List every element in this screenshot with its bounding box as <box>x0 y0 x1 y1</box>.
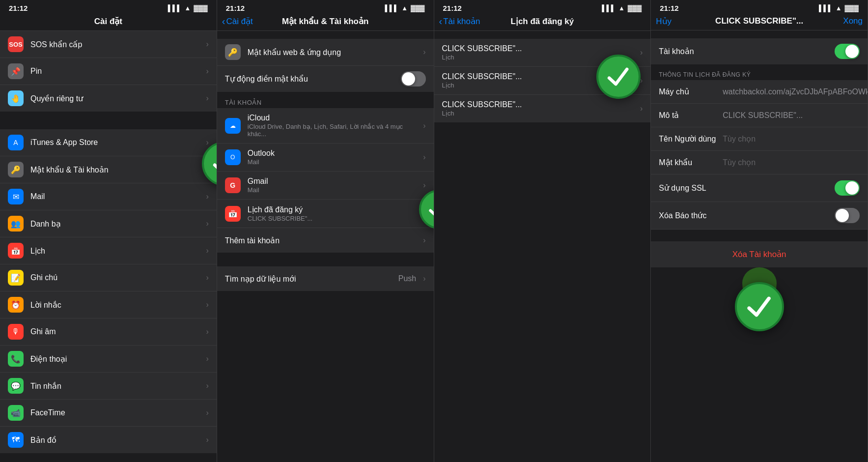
outlook-icon: O <box>225 149 241 165</box>
list-item-gmail[interactable]: G Gmail Mail › <box>217 172 434 200</box>
subscribed-chevron-3: › <box>640 104 643 113</box>
messages-title: Tin nhắn <box>30 381 202 391</box>
screen4-check-wrapper <box>735 282 784 331</box>
list-item-facetime[interactable]: 📹 FaceTime › <box>0 400 217 427</box>
sep-3a <box>434 31 651 39</box>
privacy-title: Quyền riêng tư <box>30 94 202 103</box>
sos-icon: SOS <box>8 36 24 52</box>
ssl-toggle[interactable] <box>835 180 860 196</box>
notes-title: Ghi chú <box>30 273 202 282</box>
list-item-phone[interactable]: 📞 Điện thoại › <box>0 346 217 373</box>
list-item-subscribed-cal[interactable]: 📅 Lịch đã đăng ký CLICK SUBSCRIBE"... › <box>217 200 434 228</box>
facetime-chevron: › <box>206 408 208 417</box>
list-item-fetch[interactable]: Tìm nạp dữ liệu mới Push › <box>217 266 434 291</box>
status-icons-4: ▌▌▌ ▲ ▓▓▓ <box>819 4 859 12</box>
battery-icon-3: ▓▓▓ <box>628 4 642 12</box>
subscribed-cal-icon: 📅 <box>225 206 241 222</box>
list-item-contacts[interactable]: 👥 Danh bạ › <box>0 210 217 237</box>
settings-list-1: SOS SOS khẩn cấp › 📌 Pin › 🤚 Quyền riêng… <box>0 31 217 112</box>
list-item-reminders[interactable]: ⏰ Lời nhắc › <box>0 291 217 318</box>
list-item-mail[interactable]: ✉ Mail › <box>0 183 217 210</box>
sep-2a <box>217 31 434 39</box>
subscribed-info-header: THÔNG TIN LỊCH ĐÃ ĐĂNG KÝ <box>651 64 868 80</box>
battery-icon-4: ▓▓▓ <box>845 4 859 12</box>
outlook-subtitle: Mail <box>248 158 419 166</box>
detail-username[interactable]: Tên Người dùng Tùy chọn <box>651 127 868 151</box>
list-item-calendar[interactable]: 📅 Lịch › <box>0 237 217 264</box>
list-item-outlook[interactable]: O Outlook Mail › <box>217 144 434 172</box>
gmail-subtitle: Mail <box>248 186 419 194</box>
subscribed-item-3[interactable]: CLICK SUBSCRIBE"... Lịch › <box>434 95 651 122</box>
facetime-title: FaceTime <box>30 408 202 417</box>
status-bar-3: 21:12 ▌▌▌ ▲ ▓▓▓ <box>434 0 651 14</box>
sep-2b <box>217 92 434 96</box>
account-toggle[interactable] <box>835 44 860 59</box>
delete-account-button[interactable]: Xóa Tài khoản <box>651 241 868 267</box>
username-value: Tùy chọn <box>723 134 860 144</box>
remove-alarms-label: Xóa Báo thức <box>659 211 723 220</box>
detail-password[interactable]: Mật khẩu Tùy chọn <box>651 151 868 174</box>
detail-server[interactable]: Máy chủ watchbackol.com/ajZvcDJbAFpABFoO… <box>651 80 868 104</box>
icloud-chevron: › <box>423 121 425 130</box>
phone-icon: 📞 <box>8 351 24 367</box>
privacy-chevron: › <box>206 94 208 103</box>
list-item-privacy[interactable]: 🤚 Quyền riêng tư › <box>0 85 217 112</box>
list-item-add-account[interactable]: Thêm tài khoản › <box>217 228 434 253</box>
gmail-chevron: › <box>423 181 425 190</box>
status-icons-3: ▌▌▌ ▲ ▓▓▓ <box>602 4 642 12</box>
account-toggle-label: Tài khoản <box>659 47 835 56</box>
status-icons-2: ▌▌▌ ▲ ▓▓▓ <box>385 4 425 12</box>
list-item-appstore[interactable]: A iTunes & App Store › <box>0 129 217 156</box>
autofill-toggle[interactable] <box>401 71 426 87</box>
nav-title-4: CLICK SUBSCRIBE"... <box>715 16 803 26</box>
signal-icon-2: ▌▌▌ <box>385 4 399 12</box>
sep-4a <box>651 30 868 38</box>
description-label: Mô tả <box>659 111 723 120</box>
appstore-title: iTunes & App Store <box>30 138 202 147</box>
screen-3-subscribed: 21:12 ▌▌▌ ▲ ▓▓▓ ‹ Tài khoản Lịch đã đăng… <box>434 0 651 462</box>
settings-list-2: A iTunes & App Store › 🔑 Mật khẩu & Tài … <box>0 129 217 453</box>
status-time-4: 21:12 <box>660 4 678 12</box>
sep-2c <box>217 253 434 266</box>
remove-alarms-toggle[interactable] <box>835 208 860 223</box>
reminders-chevron: › <box>206 300 208 309</box>
list-item-messages[interactable]: 💬 Tin nhắn › <box>0 373 217 400</box>
screen3-checkmark-overlay <box>596 55 641 99</box>
web-pw-chevron: › <box>423 48 425 57</box>
subscribed-title-1: CLICK SUBSCRIBE"... <box>442 44 636 53</box>
back-label-2: Cài đặt <box>226 16 252 27</box>
password-label: Mật khẩu <box>659 158 723 167</box>
checkmark-svg-4 <box>745 292 774 321</box>
notes-icon: 📝 <box>8 270 24 286</box>
calendar-chevron: › <box>206 246 208 255</box>
notes-chevron: › <box>206 273 208 282</box>
fetch-value: Push <box>398 274 416 283</box>
list-item-icloud[interactable]: ☁ iCloud iCloud Drive, Danh bạ, Lịch, Sa… <box>217 108 434 144</box>
list-item-sos[interactable]: SOS SOS khẩn cấp › <box>0 31 217 58</box>
cancel-button-4[interactable]: Hủy <box>656 16 672 27</box>
messages-icon: 💬 <box>8 378 24 394</box>
list-item-passwords[interactable]: 🔑 Mật khẩu & Tài khoản › <box>0 156 217 183</box>
detail-description[interactable]: Mô tả CLICK SUBSCRIBE"... <box>651 104 868 127</box>
facetime-icon: 📹 <box>8 405 24 421</box>
subscribed-item-2[interactable]: CLICK SUBSCRIBE"... Lịch › <box>434 67 651 95</box>
subscribed-title-3: CLICK SUBSCRIBE"... <box>442 100 636 109</box>
list-item-voice-memos[interactable]: 🎙 Ghi âm › <box>0 318 217 346</box>
pin-title: Pin <box>30 67 202 76</box>
list-item-maps[interactable]: 🗺 Bản đồ › <box>0 427 217 453</box>
done-button-4[interactable]: Xong <box>843 16 863 26</box>
reminders-title: Lời nhắc <box>30 300 202 310</box>
list-item-web-passwords[interactable]: 🔑 Mật khẩu web & ứng dụng › <box>217 39 434 66</box>
list-item-notes[interactable]: 📝 Ghi chú › <box>0 264 217 291</box>
list-item-pin[interactable]: 📌 Pin › <box>0 58 217 85</box>
outlook-chevron: › <box>423 153 425 162</box>
icloud-subtitle: iCloud Drive, Danh bạ, Lịch, Safari, Lời… <box>248 123 419 138</box>
back-button-3[interactable]: ‹ Tài khoản <box>439 16 480 27</box>
ssl-toggle-knob <box>845 181 859 195</box>
accounts-group: ☁ iCloud iCloud Drive, Danh bạ, Lịch, Sa… <box>217 108 434 253</box>
gmail-icon: G <box>225 177 241 193</box>
web-pw-title: Mật khẩu web & ứng dụng <box>248 48 419 57</box>
back-button-2[interactable]: ‹ Cài đặt <box>222 16 253 27</box>
nav-bar-1: Cài đặt <box>0 14 217 31</box>
list-item-autofill[interactable]: Tự động điền mật khẩu <box>217 66 434 92</box>
